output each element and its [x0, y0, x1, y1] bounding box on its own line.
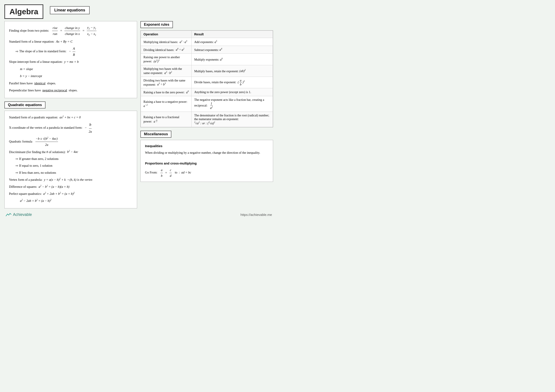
left-column: Finding slope from two points: rise run … — [4, 21, 137, 208]
bullet-eq-icon — [16, 164, 19, 167]
algebra-title: Algebra — [9, 7, 38, 16]
vertex-form-label: Vertex form of a parabola: — [9, 178, 42, 181]
diff-squares-label: Difference of squares: — [9, 185, 37, 189]
if-lt-zero-row: If less than zero, no solutions — [16, 170, 132, 176]
quad-formula-fraction: −b ± √(b2 − 4ac) 2a — [35, 136, 58, 148]
table-row: Raising a base to a fractional power: a2… — [141, 112, 273, 127]
footer-logo: Achievable — [6, 212, 32, 217]
table-row: Multiplying identical bases: a2 · a3 Add… — [141, 38, 273, 46]
footer: Achievable https://achievable.me — [4, 212, 273, 217]
misc-content: Inequalities When dividing or multiplyin… — [145, 143, 269, 179]
if-lt-zero-label: If less than zero, no solutions — [19, 171, 56, 174]
res-cell: The negative exponent acts like a fracti… — [191, 96, 273, 112]
res-cell: Anything to the zero power (except zero)… — [191, 88, 273, 96]
perfect-sq2-row: a2 − 2ab + b2 = (a − b)2 — [20, 198, 132, 204]
col-result: Result — [191, 31, 273, 38]
rise-run-fraction: rise run — [52, 25, 58, 37]
table-header-row: Operation Result — [141, 31, 273, 38]
inequalities-title: Inequalities — [145, 143, 269, 149]
parallel-label: Parallel lines have — [9, 81, 33, 85]
bullet-lt-icon — [16, 171, 19, 174]
linear-content: Finding slope from two points: rise run … — [9, 25, 132, 93]
finding-slope-row: Finding slope from two points: rise run … — [9, 25, 132, 37]
res-cell: Add exponents: a5 — [191, 38, 273, 46]
proportions-prefix: Go From: — [145, 171, 157, 174]
b-eq: b = y − intercept — [20, 74, 42, 78]
parallel-end: slopes. — [47, 81, 56, 85]
op-cell: Raising a base to a fractional power: a2… — [141, 112, 192, 127]
misc-label: Miscellaneous — [140, 131, 171, 138]
slope-standard-row: The slope of a line in standard form: − … — [16, 46, 132, 58]
quadratic-box: Standard form of a quadratic equation: a… — [4, 111, 137, 208]
table-row: Raising a base to a negative power: a−2 … — [141, 96, 273, 112]
quadratic-section: Quadratic equations Standard form of a q… — [4, 102, 137, 208]
exponent-table: Operation Result Multiplying identical b… — [141, 30, 273, 127]
col-operation: Operation — [141, 31, 192, 38]
bullet-gt-icon — [16, 157, 19, 160]
quadratic-formula-row: Quadratic formula −b ± √(b2 − 4ac) 2a — [9, 136, 132, 148]
slope-intercept-row: Slope-intercept form of a linear equatio… — [9, 59, 132, 65]
perfect-sq-label: Perfect square quadratics: — [9, 192, 42, 196]
perp-word: negative reciprocal — [42, 88, 67, 92]
proportions-title: Proportions and cross-multiplying — [145, 161, 269, 166]
if-eq-zero-label: If equal to zero, 1 solution — [19, 164, 52, 167]
achievable-logo-icon — [6, 212, 12, 217]
res-cell: The denominator of the fraction is the r… — [191, 112, 273, 127]
vertex-form-row: Vertex form of a parabola: y = a(x − h)2… — [9, 177, 132, 183]
exponent-label: Exponent rules — [140, 21, 173, 28]
exponent-section: Exponent rules Operation Result — [140, 21, 273, 127]
quad-content: Standard form of a quadratic equation: a… — [9, 114, 132, 204]
page: Algebra Linear equations Finding slope f… — [4, 4, 273, 217]
table-row: Raising one power to another power: (a2)… — [141, 54, 273, 65]
inequalities-text: When dividing or multiplying by a negati… — [145, 150, 269, 155]
algebra-title-box: Algebra — [4, 4, 43, 19]
perfect-sq-row: Perfect square quadratics: a2 + 2ab + b2… — [9, 191, 132, 197]
linear-equations-label: Linear equations — [50, 6, 90, 14]
m-eq-row: m = slope — [20, 66, 132, 72]
footer-url: https://achievable.me — [240, 213, 272, 217]
if-gt-zero-label: If greater than zero, 2 solutions — [19, 157, 59, 160]
vertex-x-row: X-coordinate of the vertex of a parabola… — [9, 121, 132, 135]
table-row: Multiplying two bases with the same expo… — [141, 65, 273, 77]
header: Algebra Linear equations — [4, 4, 273, 19]
proportions-eq: ad = bc — [181, 171, 191, 174]
m-eq: m = slope — [20, 67, 33, 71]
op-cell: Raising a base to the zero power: a0 — [141, 88, 192, 96]
standard-form-row: Standard form of a linear equation: Ax +… — [9, 39, 132, 44]
change-fraction: change in y change in x — [64, 25, 80, 37]
proportions-to: to — [175, 171, 177, 174]
parallel-row: Parallel lines have identical slopes. — [9, 80, 132, 86]
discriminant-row: Discriminant (for finding the # of solut… — [9, 149, 132, 155]
proportions-row: Go From: a b = c d — [145, 167, 269, 178]
neg-exp-fraction: 1 a2 — [210, 102, 213, 110]
footer-logo-text: Achievable — [13, 212, 32, 217]
vertex-x-label: X-coordinate of the vertex of a parabola… — [9, 126, 82, 129]
op-cell: Dividing identical bases: a6 ÷ a2 — [141, 46, 192, 54]
if-gt-zero-row: If greater than zero, 2 solutions — [16, 156, 132, 162]
vertex-b2a-fraction: b 2a — [88, 121, 92, 135]
discriminant-label: Discriminant (for finding the # of solut… — [9, 150, 66, 153]
perp-end: slopes. — [69, 88, 78, 92]
prop-c-d-fraction: c d — [169, 167, 172, 178]
perp-row: Perpendicular lines have negative recipr… — [9, 87, 132, 93]
misc-section: Miscellaneous Inequalities When dividing… — [140, 131, 273, 182]
perp-label: Perpendicular lines have — [9, 88, 41, 92]
if-eq-zero-row: If equal to zero, 1 solution — [16, 163, 132, 169]
y2y1-fraction: y2 − y1 x2 − x1 — [87, 25, 97, 37]
quad-standard-label: Standard form of a quadratic equation: — [9, 116, 58, 119]
parallel-word: identical — [34, 81, 45, 85]
quad-standard-row: Standard form of a quadratic equation: a… — [9, 114, 132, 120]
table-row: Dividing identical bases: a6 ÷ a2 Subtra… — [141, 46, 273, 54]
quadratic-label: Quadratic equations — [4, 102, 45, 109]
op-cell: Multiplying two bases with the same expo… — [141, 65, 192, 77]
slope-standard-label: The slope of a line in standard form: — [19, 50, 66, 53]
a-b-fraction: A B — [73, 46, 75, 58]
finding-slope-label: Finding slope from two points: — [9, 29, 49, 32]
misc-box: Inequalities When dividing or multiplyin… — [140, 140, 273, 182]
op-cell: Dividing two bases with the same exponen… — [141, 77, 192, 88]
prop-a-b-fraction: a b — [161, 167, 163, 178]
op-cell: Multiplying identical bases: a2 · a3 — [141, 38, 192, 46]
diff-squares-row: Difference of squares: a2 − b2 = (a − b)… — [9, 184, 132, 190]
quad-formula-label: Quadratic formula — [9, 140, 32, 143]
res-cell: Subtract exponents: a4 — [191, 46, 273, 54]
